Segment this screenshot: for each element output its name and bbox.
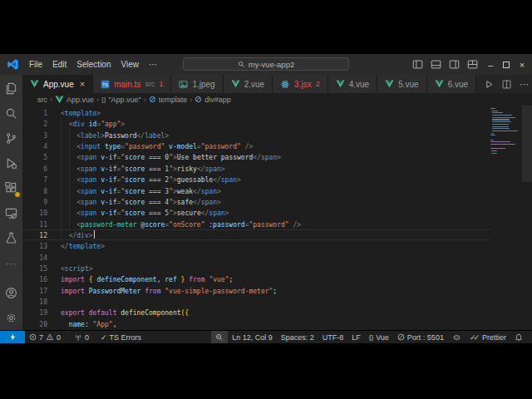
tab-problem-badge: 1: [159, 80, 163, 88]
line-number: 7: [22, 175, 47, 184]
code-editor[interactable]: 1<template>2 <div id="app">3 <label>Pass…: [22, 106, 532, 330]
command-center-search[interactable]: my-vue-app2: [183, 57, 349, 71]
line-number: 6: [22, 164, 47, 173]
ts-errors-indicator[interactable]: ✓ TS Errors: [96, 331, 145, 343]
code-line-17[interactable]: 17import PasswordMeter from "vue-simple-…: [22, 285, 490, 296]
cursor-position[interactable]: Ln 12, Col 9: [228, 331, 277, 343]
line-number: 13: [22, 241, 47, 250]
code-line-8[interactable]: 8 <span v-if="score === 3">weak</span>: [22, 185, 490, 196]
menu-file[interactable]: File: [24, 57, 47, 71]
error-count: 7: [39, 333, 43, 342]
menu-view[interactable]: View: [116, 57, 145, 71]
eol-indicator[interactable]: LF: [347, 331, 365, 343]
breadcrumb-separator: ›: [96, 96, 99, 104]
indentation-indicator[interactable]: Spaces: 2: [277, 331, 318, 343]
menu-edit[interactable]: Edit: [47, 57, 71, 71]
code-line-7[interactable]: 7 <span v-if="score === 2">guessable</sp…: [22, 174, 490, 185]
tab-4.vue[interactable]: 4.vue: [328, 75, 377, 93]
account-icon[interactable]: [4, 286, 18, 300]
tab-main.ts[interactable]: TSmain.tssrc1: [93, 75, 171, 93]
copilot-status[interactable]: [448, 331, 466, 343]
code-line-5[interactable]: 5 <span v-if="score === 0">Use better pa…: [22, 151, 490, 162]
minimap[interactable]: [490, 108, 522, 155]
tab-App.vue[interactable]: App.vue×: [22, 75, 93, 93]
breadcrumb-item[interactable]: App.vue: [55, 96, 94, 104]
code-line-1[interactable]: 1<template>: [22, 107, 490, 118]
warning-count: 0: [57, 333, 61, 342]
run-and-debug-icon[interactable]: [4, 156, 18, 170]
notifications[interactable]: [510, 331, 527, 343]
code-line-6[interactable]: 6 <span v-if="score === 1">risky</span>: [22, 163, 490, 174]
menu-[interactable]: ···: [144, 57, 162, 71]
minimap-line: [492, 131, 518, 131]
live-server-port[interactable]: Port : 5501: [393, 331, 448, 343]
toggle-secondary-sidebar-icon[interactable]: [449, 59, 460, 70]
extensions-warning-badge: [14, 191, 21, 198]
problems-indicator[interactable]: 7 0: [25, 331, 65, 343]
explorer-icon[interactable]: [4, 81, 18, 96]
language-mode[interactable]: {} Vue: [365, 331, 393, 343]
settings-icon[interactable]: [4, 311, 18, 325]
breadcrumb-item[interactable]: template: [149, 96, 188, 104]
formatter-status[interactable]: ✓✓ Prettier: [466, 331, 510, 343]
eol-label: LF: [352, 333, 361, 342]
minimap-line: [492, 119, 509, 120]
toggle-panel-icon[interactable]: [431, 59, 441, 70]
source-control-icon[interactable]: [4, 131, 18, 145]
code-line-3[interactable]: 3 <label>Password</label>: [22, 130, 490, 140]
remote-indicator[interactable]: [0, 331, 25, 343]
ports-forwarded-indicator[interactable]: 0: [70, 331, 93, 343]
tab-6.vue[interactable]: 6.vue: [427, 75, 476, 93]
run-icon[interactable]: [485, 80, 494, 89]
code-line-20[interactable]: 20 name: "App",: [22, 318, 490, 329]
code-line-10[interactable]: 10 <span v-if="score === 5">secure</span…: [22, 207, 490, 218]
remote-explorer-icon[interactable]: [4, 206, 18, 220]
breadcrumb-item[interactable]: src: [37, 96, 47, 104]
customize-layout-icon[interactable]: [467, 59, 478, 70]
breadcrumb-item[interactable]: {}"App.vue": [101, 96, 141, 104]
close-icon[interactable]: ×: [80, 79, 85, 89]
tab-label: App.vue: [43, 80, 74, 89]
extensions-icon[interactable]: [4, 181, 18, 195]
vue-file-icon: [30, 80, 39, 88]
tab-5.vue[interactable]: 5.vue: [377, 75, 426, 93]
breadcrumb-item[interactable]: div#app: [195, 96, 231, 104]
line-number: 16: [22, 274, 47, 283]
code-line-15[interactable]: 15<script>: [22, 263, 490, 273]
toggle-sidebar-icon[interactable]: [412, 59, 423, 70]
minimize-button[interactable]: –: [485, 60, 495, 70]
search-icon[interactable]: [4, 106, 18, 121]
zoom-indicator[interactable]: [211, 331, 228, 343]
minimap-line: [491, 111, 498, 111]
more-actions-icon[interactable]: ···: [520, 79, 529, 89]
code-line-13[interactable]: 13</template>: [22, 240, 490, 251]
code-line-18[interactable]: 18: [22, 296, 490, 307]
tab-3.jsx[interactable]: 3.jsx2: [273, 75, 328, 93]
minimap-line: [492, 121, 511, 122]
code-line-19[interactable]: 19export default defineComponent({: [22, 307, 490, 318]
code-line-11[interactable]: 11 <password-meter @score="onScore" :pas…: [22, 219, 490, 229]
split-editor-icon[interactable]: [502, 80, 511, 89]
code-line-14[interactable]: 14: [22, 252, 490, 263]
language-label: Vue: [376, 333, 389, 342]
tab-1.jpeg[interactable]: 1.jpeg: [171, 75, 223, 93]
vue-file-icon: [231, 80, 240, 88]
more-icon[interactable]: ···: [4, 256, 18, 270]
code-text: <input type="password" v-model="password…: [61, 141, 253, 150]
code-line-2[interactable]: 2 <div id="app">: [22, 118, 490, 129]
minimap-line: [491, 153, 497, 154]
minimap-line: [491, 150, 497, 151]
code-line-9[interactable]: 9 <span v-if="score === 4">safe</span>: [22, 196, 490, 207]
code-line-12[interactable]: 12 </div>: [22, 229, 490, 240]
testing-icon[interactable]: [4, 231, 18, 245]
code-line-4[interactable]: 4 <input type="password" v-model="passwo…: [22, 140, 490, 151]
code-line-16[interactable]: 16import { defineComponent, ref } from "…: [22, 273, 490, 284]
tab-2.vue[interactable]: 2.vue: [224, 75, 273, 93]
maximize-button[interactable]: [503, 62, 510, 68]
menu-selection[interactable]: Selection: [71, 57, 116, 71]
encoding-indicator[interactable]: UTF-8: [318, 331, 348, 343]
vscode-window: FileEditSelectionView··· ← → my-vue-app2: [0, 54, 532, 343]
close-window-button[interactable]: ×: [517, 60, 527, 70]
scrollbar[interactable]: [522, 106, 532, 182]
line-number: 18: [22, 297, 47, 306]
